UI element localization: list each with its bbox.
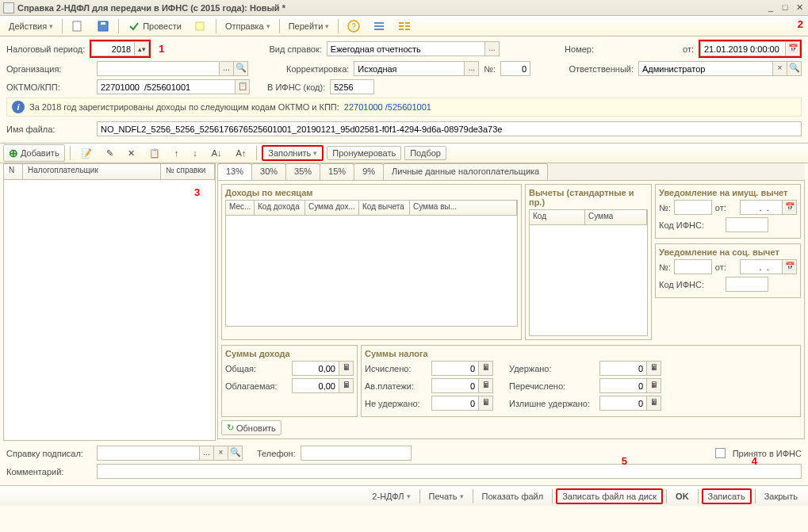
deduct-grid[interactable]	[529, 225, 648, 336]
podbor-button[interactable]: Подбор	[404, 146, 446, 160]
unprovesti-icon[interactable]	[189, 17, 213, 35]
tax-period-spinner[interactable]: ▴▾	[135, 41, 149, 56]
otvet-input[interactable]	[638, 61, 773, 76]
sort-asc-icon[interactable]: A↓	[206, 146, 228, 160]
korrekt-input[interactable]	[354, 61, 465, 76]
pencil-icon[interactable]: ✎	[101, 146, 119, 161]
notice-soc-ifns[interactable]	[726, 277, 768, 292]
oblagaemaya-input[interactable]	[292, 378, 339, 393]
close-button[interactable]: ✕	[794, 2, 805, 13]
zapisat-button[interactable]: Записать	[702, 488, 752, 504]
oktmo-select[interactable]: 📋	[236, 79, 250, 94]
oktmo-input[interactable]	[97, 79, 236, 94]
tab-30[interactable]: 30%	[251, 163, 286, 180]
telefon-input[interactable]	[301, 446, 412, 461]
file-input[interactable]	[97, 121, 802, 136]
tab-13[interactable]: 13%	[217, 163, 252, 180]
obnovit-button[interactable]: ↻Обновить	[221, 420, 281, 435]
calc-icon[interactable]: 🖩	[339, 378, 354, 393]
notice-prop-ifns[interactable]	[726, 217, 768, 232]
ischisleno-input[interactable]	[431, 361, 479, 376]
sort-desc-icon[interactable]: A↑	[230, 146, 251, 160]
ok-button[interactable]: OK	[670, 489, 695, 503]
otvet-search[interactable]: 🔍	[787, 61, 802, 76]
help-icon[interactable]: ?	[342, 17, 366, 35]
date-input[interactable]	[700, 41, 786, 56]
notice-prop-n[interactable]	[674, 200, 712, 215]
move-down-icon[interactable]: ↓	[187, 146, 203, 160]
podpisal-clear[interactable]: ×	[214, 446, 228, 461]
calc-icon[interactable]: 🖩	[647, 396, 661, 411]
podpisal-search[interactable]: 🔍	[228, 446, 243, 461]
copy-icon[interactable]: 📋	[144, 146, 166, 161]
col-sum-doh[interactable]: Сумма дох...	[305, 201, 359, 215]
date-picker[interactable]: 📅	[786, 41, 800, 56]
notice-soc-n[interactable]	[674, 259, 712, 274]
korrekt-select[interactable]: ...	[465, 61, 479, 76]
col-kod-vych[interactable]: Код вычета	[359, 201, 410, 215]
new-icon[interactable]	[66, 17, 90, 35]
perechisleno-input[interactable]	[599, 378, 647, 393]
save-icon[interactable]	[91, 17, 115, 35]
otpravka-menu[interactable]: Отправка▾	[220, 19, 276, 33]
income-grid[interactable]	[225, 216, 518, 327]
otvet-clear[interactable]: ×	[773, 61, 787, 76]
col-kod[interactable]: Код	[530, 210, 585, 224]
notice-prop-date[interactable]	[740, 200, 783, 215]
zapisat-disk-button[interactable]: Записать файл на диск	[556, 488, 663, 504]
podpisal-input[interactable]	[97, 446, 200, 461]
delete-icon[interactable]: ✕	[122, 146, 140, 161]
provesti-button[interactable]: Провести	[122, 17, 187, 35]
perejti-menu[interactable]: Перейти▾	[283, 19, 335, 33]
calc-icon[interactable]: 🖩	[479, 361, 493, 376]
col-sum-vych[interactable]: Сумма вы...	[410, 201, 517, 215]
2ndfl-button[interactable]: 2-НДФЛ▾	[366, 489, 415, 503]
n2-input[interactable]	[500, 61, 530, 76]
settings-icon[interactable]	[393, 17, 416, 35]
izlishne-input[interactable]	[599, 396, 647, 411]
minimize-button[interactable]: _	[765, 2, 776, 13]
tab-personal[interactable]: Личные данные налогоплательщика	[383, 163, 548, 180]
col-kod-doh[interactable]: Код дохода	[255, 201, 305, 215]
org-select[interactable]: ...	[220, 61, 234, 76]
pokazat-file-button[interactable]: Показать файл	[477, 489, 550, 503]
col-summa[interactable]: Сумма	[585, 210, 647, 224]
tax-period-input[interactable]	[91, 41, 135, 56]
podpisal-select[interactable]: ...	[200, 446, 214, 461]
col-mes[interactable]: Мес...	[226, 201, 255, 215]
vid-spravok-input[interactable]	[327, 41, 485, 56]
col-taxpayer[interactable]: Налогоплательщик	[23, 164, 161, 179]
org-input[interactable]	[97, 61, 220, 76]
av-input[interactable]	[431, 378, 479, 393]
calc-icon[interactable]: 🖩	[647, 361, 661, 376]
col-n[interactable]: N	[4, 164, 23, 179]
calc-icon[interactable]: 🖩	[479, 378, 493, 393]
ifns-input[interactable]	[330, 79, 374, 94]
info-link[interactable]: 22701000 /525601001	[344, 102, 431, 112]
notice-soc-date-picker[interactable]: 📅	[783, 259, 797, 274]
vid-spravok-select[interactable]: ...	[485, 41, 500, 56]
ne-ud-input[interactable]	[431, 396, 479, 411]
add-button[interactable]: ⊕Добавить	[3, 144, 65, 162]
notice-prop-date-picker[interactable]: 📅	[783, 200, 797, 215]
calc-icon[interactable]: 🖩	[339, 361, 354, 376]
move-up-icon[interactable]: ↑	[169, 146, 185, 160]
prinyato-checkbox[interactable]	[715, 448, 726, 458]
tab-35[interactable]: 35%	[285, 163, 320, 180]
calc-icon[interactable]: 🖩	[647, 378, 661, 393]
list-icon[interactable]	[367, 17, 391, 35]
pronumerovat-button[interactable]: Пронумеровать	[327, 146, 401, 160]
col-spravka-n[interactable]: № справки	[161, 164, 215, 179]
actions-menu[interactable]: Действия▾	[3, 19, 59, 33]
uderzhano-input[interactable]	[599, 361, 647, 376]
tab-15[interactable]: 15%	[320, 163, 354, 180]
notice-soc-date[interactable]	[740, 259, 783, 274]
calc-icon[interactable]: 🖩	[479, 396, 493, 411]
tab-9[interactable]: 9%	[354, 163, 384, 180]
zapolnit-button[interactable]: Заполнить▾	[262, 145, 324, 161]
edit-icon[interactable]: 📝	[75, 146, 98, 161]
pechat-button[interactable]: Печать▾	[423, 489, 469, 503]
zakryt-button[interactable]: Закрыть	[759, 489, 803, 503]
kommentarij-input[interactable]	[97, 464, 802, 479]
org-search[interactable]: 🔍	[234, 61, 248, 76]
